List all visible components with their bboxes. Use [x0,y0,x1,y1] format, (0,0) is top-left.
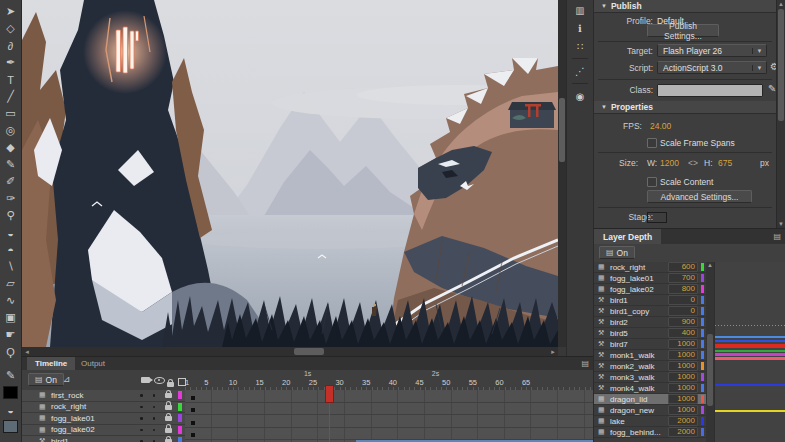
layer-color-chip[interactable] [178,391,182,399]
layer-depth-value[interactable]: 1000 [668,361,698,371]
depth-graph-line[interactable] [715,340,785,342]
ruler-frame-number[interactable]: 15 [255,378,263,387]
camera-column-icon[interactable] [141,377,150,383]
layer-depth-row[interactable]: ⚒bird71000 [594,339,706,350]
motion-presets-icon[interactable]: ⋰ [570,62,590,80]
lock-icon[interactable] [165,436,172,442]
info-icon[interactable]: ℹ [570,19,590,37]
timeline-layer-row[interactable]: ▦fogg_lake02 [22,425,185,437]
layer-depth-row[interactable]: ▦fogg_lake01700 [594,273,706,284]
layer-depth-row[interactable]: ▦lake2000 [594,416,706,427]
stage-canvas[interactable] [22,0,558,347]
ruler-frame-number[interactable]: 45 [415,378,423,387]
fill-color-icon[interactable]: ◒ [2,401,20,418]
scroll-down-icon[interactable]: ▼ [777,221,785,227]
panel-menu-icon[interactable]: ▤ [773,232,781,241]
lock-icon[interactable] [165,390,172,400]
timeline-layer-row[interactable]: ▦fogg_lake01 [22,413,185,425]
pen-tool[interactable]: ✒ [2,54,20,71]
layer-depth-value[interactable]: 700 [668,273,698,283]
depth-graph-line[interactable] [715,410,785,412]
layer-color-chip[interactable] [701,285,704,293]
layer-depth-on-button[interactable]: ▤ On [599,246,635,259]
ruler-frame-number[interactable]: 40 [389,378,397,387]
timeline-layer-row[interactable]: ▦first_rock [22,390,185,402]
oval-tool[interactable]: ◎ [2,122,20,139]
rotation-tool[interactable]: ∿ [2,292,20,309]
layer-depth-value[interactable]: 1000 [668,350,698,360]
layer-depth-value[interactable]: 600 [668,262,698,272]
timeline-frames-row[interactable] [185,390,593,403]
layer-depth-row[interactable]: ⚒bird5400 [594,328,706,339]
layer-depth-row[interactable]: ⚒monk3_walk1000 [594,372,706,383]
bone-tool[interactable]: ⚲ [2,207,20,224]
cc-libraries-icon[interactable]: ◉ [570,87,590,105]
depth-graph-line[interactable] [715,353,785,356]
layer-depth-row[interactable]: ⚒monk4_walk1000 [594,383,706,394]
layer-color-chip[interactable] [701,384,704,392]
layer-depth-list-scrollbar[interactable]: ▲ [706,262,714,442]
highlight-dot[interactable] [153,406,156,409]
eraser-tool[interactable]: ▱ [2,275,20,292]
layer-color-chip[interactable] [701,351,704,359]
lock-icon[interactable] [165,402,172,412]
tab-output[interactable]: Output [73,357,113,370]
scroll-up-icon[interactable]: ▲ [777,1,785,7]
visibility-column-icon[interactable] [154,377,165,384]
canvas-horizontal-scrollbar[interactable]: ◂ ▸ [22,347,558,356]
lasso-tool[interactable]: ∂ [2,37,20,54]
ruler-frame-number[interactable]: 35 [362,378,370,387]
collapse-panels-icon[interactable]: ▥ [570,1,590,19]
paint-brush-tool[interactable]: ✑ [2,190,20,207]
ruler-frame-number[interactable]: 20 [282,378,290,387]
stroke-color-swatch[interactable] [3,386,18,399]
brush-tool[interactable]: ✐ [2,173,20,190]
transform-icon[interactable]: ∷ [570,37,590,55]
layer-color-chip[interactable] [178,414,182,422]
layer-depth-value[interactable]: 1000 [668,339,698,349]
depth-graph-line[interactable] [715,336,785,338]
canvas-vertical-scrollbar[interactable] [558,0,566,347]
layer-color-chip[interactable] [701,340,704,348]
advanced-settings-button[interactable]: Advanced Settings... [647,190,752,203]
layer-depth-value[interactable]: 2000 [668,416,698,426]
hscroll-thumb[interactable] [294,348,324,355]
pencil-tool[interactable]: ✎ [2,156,20,173]
tab-layer-depth[interactable]: Layer Depth [594,229,661,244]
layer-color-chip[interactable] [701,263,704,271]
highlight-dot[interactable] [153,394,156,397]
layer-color-chip[interactable] [178,403,182,411]
keyframe-dot[interactable] [191,408,195,412]
highlight-dot[interactable] [153,417,156,420]
layer-depth-row[interactable]: ⚒monk1_walk1000 [594,350,706,361]
panel-menu-icon[interactable]: ▤ [581,359,589,368]
layer-depth-value[interactable]: 800 [668,284,698,294]
selection-tool[interactable]: ➤ [2,3,20,20]
vscroll-thumb[interactable] [559,98,565,162]
layer-depth-row[interactable]: ▦rock_right600 [594,262,706,273]
ld-scroll-thumb[interactable] [707,334,713,406]
timeline-layer-row[interactable]: ⚒bird1 [22,436,185,442]
layer-depth-row[interactable]: ▦dragon_lid1000 [594,394,706,405]
depth-graph-line[interactable] [715,384,785,386]
ruler-frame-number[interactable]: 55 [469,378,477,387]
rectangle-tool[interactable]: ▭ [2,105,20,122]
lock-icon[interactable] [165,425,172,435]
visibility-dot[interactable] [140,394,143,397]
ruler-frame-number[interactable]: 25 [309,378,317,387]
eyedropper-tool[interactable]: ∖ [2,258,20,275]
timeline-depth-on-button[interactable]: ▤ On [28,373,64,386]
timeline-frames-row[interactable] [185,415,593,428]
layer-depth-row[interactable]: ⚒bird2900 [594,317,706,328]
layer-color-chip[interactable] [178,426,182,434]
visibility-dot[interactable] [140,417,143,420]
layer-color-chip[interactable] [701,362,704,370]
visibility-dot[interactable] [140,429,143,432]
publish-settings-button[interactable]: Publish Settings... [647,24,719,37]
layer-color-chip[interactable] [701,395,704,403]
scroll-left-icon[interactable]: ◂ [22,347,32,356]
rscroll-thumb[interactable] [778,9,784,121]
layer-depth-value[interactable]: 1000 [668,383,698,393]
ruler-frame-number[interactable]: 5 [204,378,208,387]
layer-color-chip[interactable] [701,428,704,436]
